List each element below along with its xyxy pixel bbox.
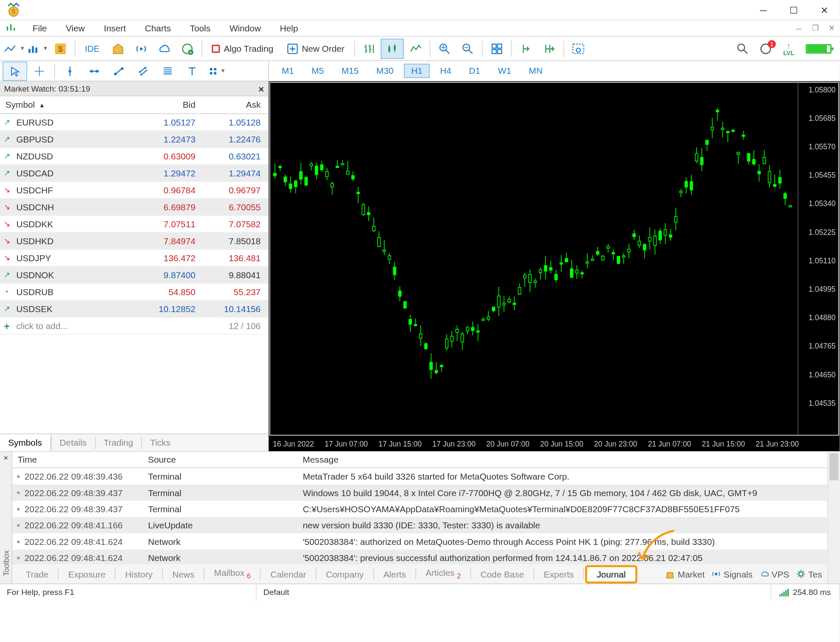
menu-view[interactable]: View <box>56 20 95 36</box>
status-profile[interactable]: Default <box>257 584 771 600</box>
timeframe-d1[interactable]: D1 <box>462 64 488 78</box>
timeframe-h4[interactable]: H4 <box>433 64 459 78</box>
toolbox-tab-alerts[interactable]: Alerts <box>375 569 414 579</box>
ide-button[interactable]: IDE <box>78 38 106 59</box>
market-watch-row[interactable]: • USDRUB 54.850 55.237 <box>0 284 268 301</box>
toolbox-tester-link[interactable]: Tes <box>796 569 822 579</box>
fibonacci-icon[interactable] <box>155 61 180 81</box>
market-watch-row[interactable]: ↘ USDDKK 7.07511 7.07582 <box>0 216 268 233</box>
cloud-icon[interactable] <box>152 38 175 59</box>
signals-icon[interactable] <box>129 38 152 59</box>
zoom-in-icon[interactable] <box>433 38 456 59</box>
toolbox-tab-articles[interactable]: Articles 2 <box>417 568 469 580</box>
toolbox-market-link[interactable]: Market <box>666 569 705 579</box>
market-watch-row[interactable]: ↘ USDJPY 136.472 136.481 <box>0 250 268 267</box>
timeframe-w1[interactable]: W1 <box>490 64 518 78</box>
toolbox-tab-exposure[interactable]: Exposure <box>60 569 114 579</box>
toolbox-vps-link[interactable]: VPS <box>759 569 789 579</box>
screenshot-icon[interactable] <box>566 38 589 59</box>
market-watch-row[interactable]: ↗ EURUSD 1.05127 1.05128 <box>0 114 268 131</box>
shift-icon[interactable] <box>514 38 537 59</box>
menu-file[interactable]: File <box>23 20 56 36</box>
market-watch-row[interactable]: ↘ USDCHF 0.96784 0.96797 <box>0 182 268 199</box>
mdi-restore-button[interactable]: ❐ <box>809 23 821 33</box>
journal-row[interactable]: ●2022.06.22 09:48:39.436TerminalMetaTrad… <box>12 468 828 484</box>
time-column-header[interactable]: Time <box>12 455 148 465</box>
mdi-minimize-button[interactable]: ─ <box>793 23 805 33</box>
market-watch-add-row[interactable]: +click to add...12 / 106 <box>0 318 268 335</box>
timeframe-m5[interactable]: M5 <box>304 64 331 78</box>
journal-row[interactable]: ●2022.06.22 09:48:41.624Network'50020383… <box>12 533 828 550</box>
toolbox-tab-news[interactable]: News <box>164 569 202 579</box>
toolbox-tab-code-base[interactable]: Code Base <box>472 569 532 579</box>
menu-tools[interactable]: Tools <box>180 20 220 36</box>
market-watch-row[interactable]: ↗ USDCAD 1.29472 1.29474 <box>0 165 268 182</box>
window-minimize-button[interactable]: ─ <box>748 0 778 20</box>
menu-window[interactable]: Window <box>220 20 271 36</box>
vertical-line-icon[interactable] <box>58 61 82 81</box>
symbol-column-header[interactable]: Symbol ▲ <box>0 100 136 110</box>
new-order-button[interactable]: New Order <box>280 38 351 59</box>
timeframe-mn[interactable]: MN <box>521 64 550 78</box>
journal-row[interactable]: ●2022.06.22 09:48:41.166LiveUpdatenew ve… <box>12 517 828 533</box>
candlestick-chart[interactable] <box>270 83 798 421</box>
market-watch-row[interactable]: ↗ USDNOK 9.87400 9.88041 <box>0 267 268 284</box>
vps-add-icon[interactable]: + <box>176 38 199 59</box>
text-icon[interactable] <box>180 61 204 81</box>
journal-row[interactable]: ●2022.06.22 09:48:41.624Network'50020383… <box>12 550 828 564</box>
objects-dropdown[interactable]: ▼ <box>204 61 229 81</box>
crosshair-icon[interactable] <box>27 61 52 81</box>
equidistant-channel-icon[interactable] <box>131 61 156 81</box>
candle-style-icon[interactable] <box>381 38 403 59</box>
toolbox-tab-trade[interactable]: Trade <box>18 569 57 579</box>
message-column-header[interactable]: Message <box>297 455 828 465</box>
market-watch-tab-ticks[interactable]: Ticks <box>142 434 179 452</box>
bar-chart-dropdown[interactable]: ▼ <box>26 38 49 59</box>
market-icon[interactable] <box>106 38 129 59</box>
journal-row[interactable]: ●2022.06.22 09:48:39.437TerminalC:¥Users… <box>12 501 828 517</box>
toolbox-tab-calendar[interactable]: Calendar <box>262 569 314 579</box>
lvl-icon[interactable]: ↑LVL <box>777 38 800 59</box>
mdi-close-button[interactable]: ✕ <box>826 23 838 33</box>
market-watch-tab-details[interactable]: Details <box>51 434 95 452</box>
menu-help[interactable]: Help <box>270 20 308 36</box>
timeframe-h1[interactable]: H1 <box>404 64 430 78</box>
toolbox-close-button[interactable]: × <box>3 453 8 463</box>
timeframe-m30[interactable]: M30 <box>369 64 401 78</box>
ask-column-header[interactable]: Ask <box>201 100 266 110</box>
chart-panel[interactable]: 1.058001.056851.055701.054551.053401.052… <box>269 81 840 451</box>
line-style-icon[interactable] <box>403 38 426 59</box>
notifications-icon[interactable]: 1 <box>754 38 777 59</box>
toolbox-tab-company[interactable]: Company <box>318 569 372 579</box>
window-close-button[interactable]: ✕ <box>809 0 840 20</box>
cursor-icon[interactable] <box>3 61 27 81</box>
search-icon[interactable] <box>731 38 754 59</box>
timeframe-m15[interactable]: M15 <box>334 64 366 78</box>
window-maximize-button[interactable]: ☐ <box>778 0 809 20</box>
market-watch-row[interactable]: ↗ NZDUSD 0.63009 0.63021 <box>0 148 268 165</box>
toolbox-signals-link[interactable]: Signals <box>711 569 753 579</box>
line-chart-dropdown[interactable]: ▼ <box>3 38 25 59</box>
trendline-icon[interactable] <box>106 61 131 81</box>
market-watch-row[interactable]: ↗ GBPUSD 1.22473 1.22476 <box>0 131 268 148</box>
market-watch-row[interactable]: ↗ USDSEK 10.12852 10.14156 <box>0 301 268 318</box>
market-watch-row[interactable]: ↘ USDHKD 7.84974 7.85018 <box>0 233 268 250</box>
toolbox-tab-history[interactable]: History <box>117 569 161 579</box>
journal-row[interactable]: ●2022.06.22 09:48:39.437TerminalWindows … <box>12 484 828 500</box>
menu-insert[interactable]: Insert <box>94 20 135 36</box>
horizontal-line-icon[interactable] <box>82 61 107 81</box>
toolbox-tab-journal[interactable]: Journal <box>585 565 638 583</box>
source-column-header[interactable]: Source <box>148 455 297 465</box>
market-watch-tab-trading[interactable]: Trading <box>95 434 141 452</box>
zoom-out-icon[interactable] <box>456 38 479 59</box>
market-watch-tab-symbols[interactable]: Symbols <box>0 434 51 452</box>
dollar-icon[interactable]: $ <box>49 38 72 59</box>
algo-trading-button[interactable]: Algo Trading <box>205 38 280 59</box>
autoscroll-icon[interactable] <box>537 38 560 59</box>
market-watch-close-button[interactable]: × <box>258 83 264 94</box>
menu-charts[interactable]: Charts <box>135 20 180 36</box>
timeframe-m1[interactable]: M1 <box>274 64 301 78</box>
tile-windows-icon[interactable] <box>485 38 508 59</box>
toolbox-tab-mailbox[interactable]: Mailbox 6 <box>206 568 259 580</box>
toolbox-scrollbar[interactable] <box>827 452 840 583</box>
